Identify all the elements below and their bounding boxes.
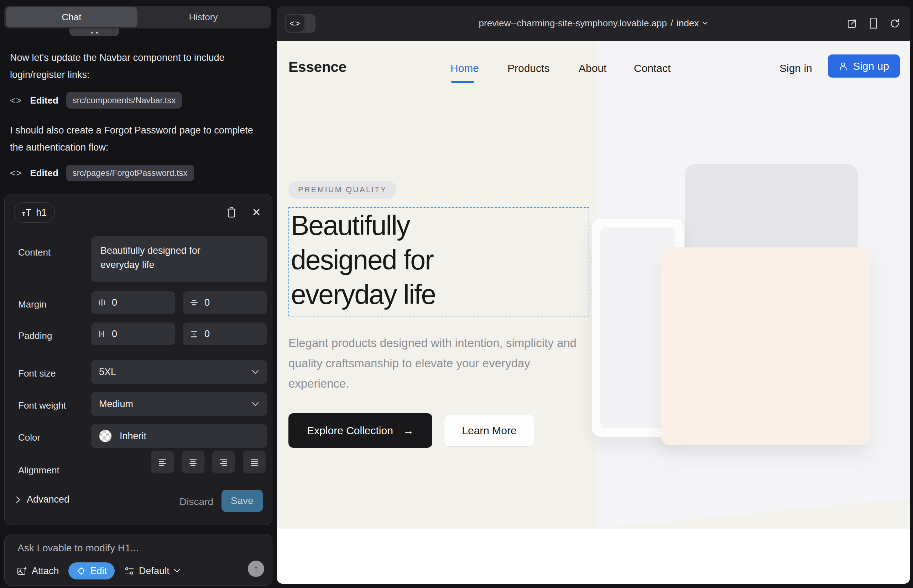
font-size-select[interactable]: 5XL [91, 360, 267, 384]
browser-chrome: preview--charming-site-symphony.lovable.… [277, 6, 910, 41]
advanced-toggle[interactable]: Advanced [15, 494, 70, 505]
content-label: Content [18, 247, 50, 258]
url-separator: / [670, 18, 673, 29]
edit-mode-button[interactable]: Edit [68, 562, 115, 580]
close-panel-button[interactable]: ✕ [249, 204, 264, 220]
edited-file-row: <> Edited src/components/Navbar.tsx [10, 92, 182, 109]
code-view-toggle[interactable]: <> [285, 14, 316, 33]
chat-message: I should also create a Forgot Password p… [10, 122, 263, 156]
alignment-label: Alignment [18, 465, 60, 476]
url-domain: preview--charming-site-symphony.lovable.… [479, 18, 667, 29]
learn-more-button[interactable]: Learn More [444, 415, 534, 447]
attach-image-icon [17, 565, 28, 576]
padding-vertical-icon [189, 330, 199, 338]
url-page: index [677, 18, 699, 29]
padding-y-input[interactable] [204, 328, 246, 340]
site-canvas: Essence Home Products About Contact Sign… [277, 41, 910, 584]
element-editor-panel: ᴛT h1 ✕ Content Beautifully designed for… [4, 194, 272, 525]
delete-element-button[interactable] [223, 204, 239, 220]
sliders-icon [124, 566, 134, 576]
preview-browser-window: preview--charming-site-symphony.lovable.… [277, 6, 910, 584]
align-right-button[interactable] [212, 451, 235, 473]
font-weight-select[interactable]: Medium [91, 392, 267, 416]
chevron-right-icon [15, 496, 21, 504]
margin-x-field[interactable] [91, 291, 175, 314]
nav-products[interactable]: Products [507, 62, 549, 74]
user-icon [839, 61, 848, 71]
margin-y-field[interactable] [183, 291, 267, 314]
chat-message: Now let's update the Navbar component to… [10, 49, 263, 83]
content-field[interactable]: Beautifully designed for everyday life [91, 236, 267, 282]
font-weight-label: Font weight [18, 400, 66, 411]
chevron-down-icon [251, 402, 259, 407]
align-right-icon [219, 457, 228, 467]
chevron-down-icon [251, 370, 259, 375]
nav-about[interactable]: About [579, 62, 606, 74]
sign-in-link[interactable]: Sign in [779, 62, 812, 74]
code-icon: <> [286, 15, 304, 32]
edited-label: Edited [30, 95, 58, 106]
browser-actions [847, 6, 900, 41]
trash-icon [226, 206, 237, 218]
target-icon [76, 566, 86, 576]
open-external-icon[interactable] [847, 18, 858, 29]
hero-description: Elegant products designed with intention… [288, 333, 577, 394]
truncated-scrolled-element [70, 29, 119, 36]
edited-file-row: <> Edited src/pages/ForgotPassword.tsx [10, 165, 194, 181]
send-button[interactable]: ↑ [248, 561, 264, 577]
next-section-background [277, 528, 910, 584]
save-button[interactable]: Save [222, 490, 263, 512]
padding-label: Padding [18, 330, 52, 341]
align-left-button[interactable] [151, 451, 174, 473]
file-pill[interactable]: src/pages/ForgotPassword.tsx [66, 165, 194, 181]
padding-horizontal-icon [97, 329, 106, 339]
padding-x-input[interactable] [111, 328, 154, 340]
align-justify-button[interactable] [243, 451, 265, 473]
align-left-icon [157, 457, 167, 467]
discard-button[interactable]: Discard [180, 496, 213, 507]
attach-button[interactable]: Attach [17, 565, 59, 577]
model-default-selector[interactable]: Default [124, 565, 180, 577]
margin-y-input[interactable] [204, 297, 246, 309]
app-window: Chat History Now let's update the Navbar… [0, 0, 913, 588]
color-field[interactable]: Inherit [91, 424, 267, 448]
chat-history-tabbar: Chat History [4, 6, 270, 29]
chat-composer: Attach Edit Default ↑ [4, 534, 272, 586]
alignment-group [151, 451, 265, 473]
premium-quality-badge: PREMIUM QUALITY [288, 181, 396, 199]
sign-up-button[interactable]: Sign up [828, 55, 900, 78]
url-bar[interactable]: preview--charming-site-symphony.lovable.… [277, 6, 910, 41]
margin-x-input[interactable] [111, 297, 154, 309]
composer-toolbar: Attach Edit Default [17, 562, 265, 580]
code-icon: <> [10, 95, 22, 106]
nav-home[interactable]: Home [450, 62, 479, 74]
tab-chat[interactable]: Chat [6, 7, 138, 27]
selected-element-tag: ᴛT h1 [14, 202, 55, 223]
mobile-device-icon[interactable] [869, 18, 877, 29]
decor-card-cream [660, 247, 870, 445]
margin-vertical-icon [189, 298, 199, 307]
file-pill[interactable]: src/components/Navbar.tsx [66, 92, 182, 108]
hero-heading[interactable]: Beautifully designed for everyday life [291, 208, 435, 312]
chevron-down-icon [174, 569, 180, 573]
color-label: Color [18, 432, 40, 443]
margin-label: Margin [18, 299, 46, 310]
composer-input[interactable] [17, 542, 230, 554]
margin-horizontal-icon [97, 298, 106, 307]
explore-collection-button[interactable]: Explore Collection → [288, 413, 432, 448]
nav-contact[interactable]: Contact [634, 62, 670, 74]
tab-history[interactable]: History [138, 7, 269, 27]
align-justify-icon [249, 457, 259, 467]
refresh-icon[interactable] [889, 18, 900, 29]
arrow-right-icon: → [403, 425, 414, 437]
chevron-down-icon [702, 21, 708, 25]
nav-home-underline [451, 81, 474, 83]
site-logo[interactable]: Essence [288, 59, 346, 76]
padding-y-field[interactable] [183, 323, 267, 345]
content-value[interactable]: Beautifully designed for everyday life [100, 244, 218, 272]
padding-x-field[interactable] [91, 323, 175, 345]
align-center-icon [188, 457, 198, 467]
align-center-button[interactable] [181, 451, 204, 473]
typography-icon: ᴛT [22, 207, 32, 218]
font-size-label: Font size [18, 368, 56, 379]
